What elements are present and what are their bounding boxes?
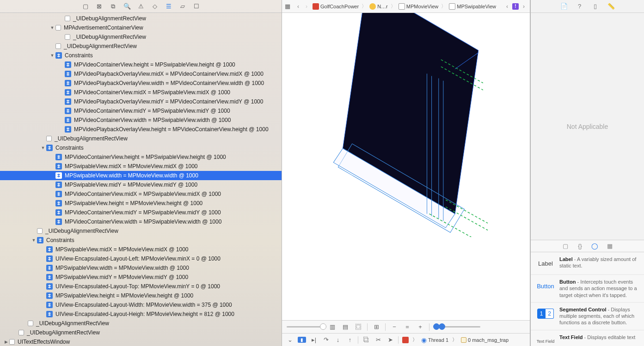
- visibility-checkbox[interactable]: [55, 43, 61, 49]
- issues-icon[interactable]: ⚠: [137, 3, 145, 10]
- disclosure-triangle[interactable]: [50, 155, 55, 159]
- constraint-row[interactable]: MPVideoContainerView.width = MPSwipableV…: [0, 217, 282, 226]
- view-row[interactable]: _UIDebugAlignmentRectView: [0, 32, 282, 42]
- continue-icon[interactable]: ▸|: [310, 336, 318, 344]
- visibility-checkbox[interactable]: [18, 330, 24, 335]
- size-inspector-tab[interactable]: 📏: [607, 3, 615, 10]
- disclosure-triangle[interactable]: [59, 109, 64, 113]
- file-inspector-tab[interactable]: 📄: [560, 3, 568, 10]
- constraints-toggle-icon[interactable]: ▤: [341, 323, 350, 331]
- file-template-tab[interactable]: ▢: [562, 243, 569, 250]
- visibility-checkbox[interactable]: [65, 34, 70, 40]
- breadcrumb-view1[interactable]: MPMovieView: [398, 3, 440, 10]
- library-item[interactable]: Text FieldText Field - Displays editable…: [531, 330, 644, 346]
- disclosure-triangle[interactable]: [59, 16, 64, 21]
- report-icon[interactable]: ☐: [193, 3, 200, 10]
- symbol-nav-icon[interactable]: ⊠: [96, 3, 103, 10]
- view-row[interactable]: _UIDebugAlignmentRectView: [0, 14, 282, 23]
- disclosure-triangle[interactable]: [50, 182, 55, 187]
- disclosure-triangle[interactable]: [59, 81, 64, 85]
- zoom-fit-icon[interactable]: =: [403, 323, 411, 331]
- help-inspector-tab[interactable]: ?: [576, 3, 583, 10]
- thread-crumb[interactable]: ◉Thread 1: [421, 336, 448, 344]
- breadcrumb-controller[interactable]: N…r: [368, 3, 389, 10]
- disclosure-triangle[interactable]: [41, 312, 45, 316]
- hierarchy-nav-icon[interactable]: ⧉: [110, 3, 117, 10]
- view-row[interactable]: ▶UITextEffectsWindow: [0, 337, 282, 346]
- disclosure-triangle[interactable]: [59, 118, 64, 122]
- debug-hierarchy-icon[interactable]: ☰: [165, 3, 172, 10]
- constraint-row[interactable]: MPVideoContainerView.midX = MPSwipableVi…: [0, 189, 282, 199]
- step-into-icon[interactable]: ↓: [334, 336, 342, 344]
- disclosure-triangle[interactable]: [59, 35, 64, 39]
- disclosure-triangle[interactable]: ▼: [31, 238, 36, 243]
- disclosure-triangle[interactable]: ▶: [4, 340, 8, 344]
- visibility-checkbox[interactable]: [37, 228, 43, 234]
- view-row[interactable]: _UIDebugAlignmentRectView: [0, 319, 282, 328]
- disclosure-triangle[interactable]: [41, 256, 45, 261]
- nav-forward[interactable]: ›: [303, 3, 310, 10]
- disclosure-triangle[interactable]: [50, 173, 55, 178]
- constraint-row[interactable]: MPVideoContainerView.height = MPSwipable…: [0, 60, 282, 69]
- navigator-tree[interactable]: _UIDebugAlignmentRectView▼MPAdvertisemen…: [0, 13, 282, 346]
- constraint-row[interactable]: MPSwipableView.width = MPMovieView.width…: [0, 263, 282, 273]
- visibility-checkbox[interactable]: [28, 321, 33, 326]
- location-sim-icon[interactable]: ➤: [386, 336, 394, 344]
- constraint-row[interactable]: UIView-Encapsulated-Layout-Top: MPMovieV…: [0, 282, 282, 291]
- disclosure-triangle[interactable]: [50, 44, 55, 49]
- view-debugger-canvas[interactable]: [282, 13, 530, 320]
- explode-slider[interactable]: [287, 326, 324, 328]
- constraint-row[interactable]: MPVideoPlaybackOverlayView.midY = MPVide…: [0, 97, 282, 106]
- disclosure-triangle[interactable]: [31, 229, 36, 233]
- disclosure-triangle[interactable]: [50, 210, 55, 215]
- disclosure-triangle[interactable]: [50, 201, 55, 206]
- zoom-in-icon[interactable]: +: [416, 323, 424, 331]
- disclosure-triangle[interactable]: [41, 303, 45, 307]
- constraint-row[interactable]: MPSwipableView.midY = MPMovieView.midY @…: [0, 273, 282, 282]
- zoom-out-icon[interactable]: −: [390, 323, 399, 331]
- constraint-row[interactable]: UIView-Encapsulated-Layout-Left: MPMovie…: [0, 254, 282, 263]
- clip-toggle-icon[interactable]: ▥: [328, 323, 337, 331]
- disclosure-triangle[interactable]: [59, 62, 64, 67]
- constraint-row[interactable]: MPSwipableView.midX = MPMovieView.midX @…: [0, 162, 282, 171]
- project-nav-icon[interactable]: ▢: [82, 3, 89, 10]
- constraints-group[interactable]: ▼Constraints: [0, 143, 282, 152]
- view-row[interactable]: ▼MPAdvertisementContainerView: [0, 23, 282, 32]
- process-crumb[interactable]: [402, 337, 409, 343]
- constraint-row[interactable]: MPSwipableView.height = MPMovieView.heig…: [0, 199, 282, 208]
- disclosure-triangle[interactable]: [59, 90, 64, 95]
- view-debug-icon[interactable]: ⿻: [362, 336, 370, 344]
- disclosure-triangle[interactable]: ▼: [50, 53, 55, 58]
- view-row[interactable]: _UIDebugAlignmentRectView: [0, 226, 282, 236]
- disclosure-triangle[interactable]: [41, 247, 45, 252]
- step-out-icon[interactable]: ↑: [346, 336, 354, 344]
- disclosure-triangle[interactable]: [22, 321, 27, 326]
- constraint-row[interactable]: MPVideoContainerView.midX = MPSwipableVi…: [0, 88, 282, 97]
- constraints-group[interactable]: ▼Constraints: [0, 236, 282, 245]
- visibility-checkbox[interactable]: [46, 136, 52, 141]
- frame-crumb[interactable]: 0 mach_msg_trap: [461, 337, 509, 343]
- constraint-row[interactable]: UIView-Encapsulated-Layout-Width: MPMovi…: [0, 300, 282, 310]
- snippet-tab[interactable]: {}: [577, 243, 584, 250]
- console-toggle-icon[interactable]: ⌄: [286, 336, 294, 344]
- view-row[interactable]: _UIDebugAlignmentRectView: [0, 328, 282, 337]
- visibility-checkbox[interactable]: [55, 25, 61, 30]
- disclosure-triangle[interactable]: [41, 136, 45, 141]
- constraint-row[interactable]: UIView-Encapsulated-Layout-Heigh: MPMovi…: [0, 310, 282, 319]
- breakpoint-icon[interactable]: ▱: [179, 3, 186, 10]
- constraint-row[interactable]: MPVideoPlaybackOverlayView.midX = MPVide…: [0, 69, 282, 79]
- memory-graph-icon[interactable]: ✂: [374, 336, 382, 344]
- media-tab[interactable]: ▦: [606, 243, 613, 250]
- related-items-icon[interactable]: ▦: [285, 3, 290, 10]
- test-icon[interactable]: ◇: [151, 3, 159, 10]
- constraint-row[interactable]: MPVideoContainerView.midY = MPSwipableVi…: [0, 106, 282, 115]
- breakpoint-toggle[interactable]: ▮: [298, 337, 306, 343]
- disclosure-triangle[interactable]: [59, 72, 64, 76]
- disclosure-triangle[interactable]: [59, 99, 64, 104]
- issue-icon[interactable]: !: [512, 3, 519, 10]
- orient-3d-icon[interactable]: ⿴: [354, 323, 362, 331]
- view-row[interactable]: _UIDebugAlignmentRectView: [0, 134, 282, 143]
- library-list[interactable]: LabelLabel - A variably sized amount of …: [531, 252, 644, 346]
- jump-prev[interactable]: ‹: [504, 3, 510, 10]
- disclosure-triangle[interactable]: [41, 284, 45, 289]
